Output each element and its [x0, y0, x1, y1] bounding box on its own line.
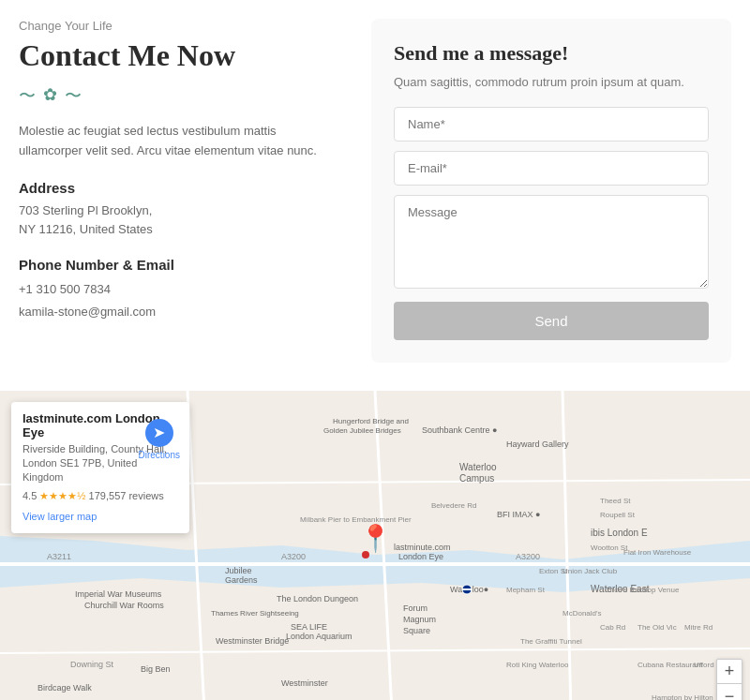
svg-text:Exton St: Exton St: [539, 567, 568, 575]
svg-text:Southbank Centre ●: Southbank Centre ●: [422, 425, 498, 435]
rating-value: 4.5: [22, 490, 37, 501]
wave-icon-left: 〜: [19, 84, 36, 107]
form-subtitle: Quam sagittis, commodo rutrum proin ipsu…: [394, 73, 709, 92]
review-count: 179,557 reviews: [89, 490, 164, 501]
svg-text:The London Dungeon: The London Dungeon: [277, 594, 358, 603]
svg-text:London Aquarium: London Aquarium: [286, 632, 352, 641]
tagline: Change Your Life: [19, 19, 334, 33]
svg-text:Cab Rd: Cab Rd: [600, 623, 625, 632]
zoom-out-button[interactable]: −: [717, 684, 742, 701]
svg-text:Campus: Campus: [459, 473, 494, 484]
svg-text:Jubilee: Jubilee: [225, 566, 252, 575]
svg-text:Union Jack Club: Union Jack Club: [562, 567, 618, 575]
zoom-controls: + −: [716, 659, 742, 701]
map-rating: 4.5 ★★★★½ 179,557 reviews: [22, 490, 178, 502]
directions-icon: ➤: [145, 419, 173, 447]
svg-text:The Graffiti Tunnel: The Graffiti Tunnel: [520, 637, 582, 646]
send-button[interactable]: Send: [394, 302, 709, 340]
svg-text:Thames River Sightseeing: Thames River Sightseeing: [211, 609, 299, 618]
svg-text:Forum: Forum: [403, 603, 428, 613]
svg-text:Golden Jubilee Bridges: Golden Jubilee Bridges: [323, 426, 401, 435]
svg-text:Churchill War Rooms: Churchill War Rooms: [84, 601, 164, 610]
svg-text:Birdcage Walk: Birdcage Walk: [38, 683, 92, 693]
svg-text:Belvedere Rd: Belvedere Rd: [431, 501, 476, 510]
map-address-line2: London SE1 7PB, United Kingdom: [22, 457, 137, 483]
svg-text:lastminute.com: lastminute.com: [394, 543, 451, 552]
left-column: Change Your Life Contact Me Now 〜 ✿ 〜 Mo…: [19, 19, 352, 363]
svg-text:Downing St: Downing St: [70, 660, 114, 669]
svg-text:A3200: A3200: [281, 552, 306, 561]
svg-text:Hungerford Bridge and: Hungerford Bridge and: [333, 417, 409, 425]
star-icons: ★★★★½: [39, 490, 85, 501]
flower-icon: ✿: [43, 84, 57, 107]
svg-text:A3211: A3211: [47, 552, 71, 561]
svg-text:Imperial War Museums: Imperial War Museums: [75, 589, 162, 599]
svg-text:Westminster Bridge: Westminster Bridge: [216, 636, 289, 646]
svg-text:Wootton St: Wootton St: [591, 544, 628, 552]
directions-button[interactable]: ➤ Directions: [139, 419, 180, 460]
form-title: Send me a message!: [394, 41, 709, 66]
svg-text:McDonald's: McDonald's: [562, 609, 602, 618]
contact-heading: Phone Number & Email: [19, 257, 334, 273]
map-section: A3211 A3200 A3200 Waterloo Campus ibis L…: [0, 391, 750, 701]
decorative-icons: 〜 ✿ 〜: [19, 84, 334, 107]
message-input[interactable]: [394, 195, 709, 289]
svg-text:BFI IMAX ●: BFI IMAX ●: [497, 510, 540, 519]
zoom-in-button[interactable]: +: [717, 660, 742, 684]
contact-form-panel: Send me a message! Quam sagittis, commod…: [371, 19, 731, 363]
svg-text:Westminster: Westminster: [281, 678, 328, 688]
address-text: 703 Sterling Pl Brooklyn, NY 11216, Unit…: [19, 201, 334, 241]
svg-text:Mepham St: Mepham St: [506, 586, 546, 594]
name-input[interactable]: [394, 107, 709, 141]
svg-text:The Old Vic: The Old Vic: [638, 623, 677, 632]
wave-icon-right: 〜: [65, 84, 82, 107]
svg-text:Square: Square: [403, 626, 430, 635]
email-address: kamila-stone@gmail.com: [19, 301, 334, 322]
svg-text:Hampton by Hilton: Hampton by Hilton: [652, 693, 713, 701]
svg-text:Hayward Gallery: Hayward Gallery: [506, 439, 569, 449]
svg-text:Flat Iron Warehouse: Flat Iron Warehouse: [623, 548, 692, 557]
svg-text:SEA LIFE: SEA LIFE: [291, 622, 327, 632]
address-line1: 703 Sterling Pl Brooklyn,: [19, 203, 152, 217]
top-section: Change Your Life Contact Me Now 〜 ✿ 〜 Mo…: [0, 0, 750, 391]
svg-text:Waterloo: Waterloo: [459, 462, 497, 472]
svg-text:Theed St: Theed St: [600, 497, 631, 505]
contact-info: +1 310 500 7834 kamila-stone@gmail.com: [19, 278, 334, 322]
phone-number: +1 310 500 7834: [19, 278, 334, 300]
view-larger-map-link[interactable]: View larger map: [22, 511, 97, 522]
svg-text:Magnum: Magnum: [403, 615, 436, 624]
address-heading: Address: [19, 180, 334, 196]
address-line2: NY 11216, United States: [19, 222, 153, 236]
email-input[interactable]: [394, 151, 709, 186]
svg-text:Gardens: Gardens: [225, 575, 258, 585]
svg-text:Roupell St: Roupell St: [600, 511, 636, 519]
directions-label: Directions: [139, 450, 180, 460]
svg-text:A3200: A3200: [516, 552, 540, 561]
description-text: Molestie ac feugiat sed lectus vestibulu…: [19, 122, 334, 161]
svg-text:ibis London E: ibis London E: [591, 528, 648, 538]
svg-text:Mitre Rd: Mitre Rd: [684, 623, 712, 632]
map-pin: 📍: [359, 523, 392, 554]
svg-text:Circe's Rooftop Venue: Circe's Rooftop Venue: [605, 586, 680, 594]
svg-text:Big Ben: Big Ben: [141, 664, 171, 674]
svg-text:Milbank Pier to Embankment Pie: Milbank Pier to Embankment Pier: [300, 515, 412, 524]
svg-text:Roti King Waterloo: Roti King Waterloo: [506, 661, 569, 669]
map-info-box: lastminute.com London Eye Riverside Buil…: [11, 402, 189, 533]
svg-text:London Eye: London Eye: [398, 552, 443, 561]
page-title: Contact Me Now: [19, 38, 334, 73]
